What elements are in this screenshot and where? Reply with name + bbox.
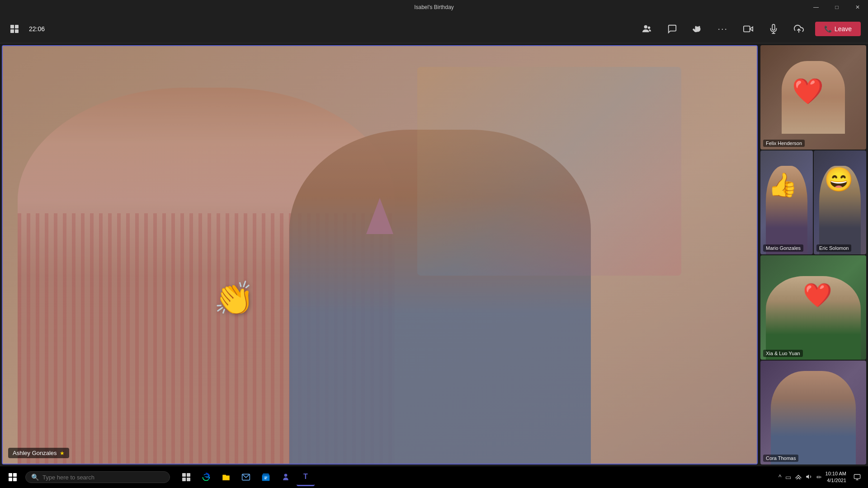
xia-reaction-emoji: ❤️ (803, 282, 832, 309)
taskbar-clock[interactable]: 10:10 AM 4/1/2021 (826, 470, 846, 484)
more-options-button[interactable]: ··· (714, 20, 732, 38)
svg-rect-2 (10, 29, 14, 33)
notification-button[interactable] (850, 470, 864, 484)
participant-tile-mario[interactable]: 👍 Mario Gonzales (760, 150, 813, 255)
clapping-emoji: 👏 (214, 279, 255, 318)
sys-tray-volume[interactable] (806, 473, 813, 482)
svg-rect-3 (15, 29, 19, 33)
maximize-button[interactable]: □ (826, 0, 847, 14)
svg-marker-6 (750, 27, 753, 31)
svg-rect-19 (854, 474, 860, 479)
taskbar: 🔍 (0, 466, 868, 488)
svg-rect-11 (182, 473, 186, 477)
sys-tray-pen[interactable]: ✏ (816, 474, 822, 481)
taskbar-teams-icon[interactable] (277, 468, 295, 486)
participant-tile-xia[interactable]: ❤️ Xia & Luo Yuan (760, 255, 866, 360)
svg-point-5 (648, 26, 651, 29)
svg-point-17 (284, 474, 288, 477)
svg-rect-0 (10, 25, 14, 28)
svg-marker-18 (806, 474, 809, 479)
participant-tile-cora[interactable]: Cora Thomas (760, 361, 866, 465)
felix-name: Felix Henderson (763, 140, 805, 147)
eric-name: Eric Solomon (816, 244, 851, 252)
taskbar-store[interactable] (257, 468, 275, 486)
video-scene: 👏 (3, 46, 757, 464)
cora-name: Cora Thomas (763, 455, 798, 462)
window-title: Isabel's Birthday (414, 4, 454, 10)
clock-time: 10:10 AM (826, 470, 846, 477)
cora-avatar (771, 371, 855, 465)
share-button[interactable] (790, 20, 808, 38)
xia-name: Xia & Luo Yuan (763, 350, 803, 357)
svg-rect-13 (182, 478, 186, 481)
leave-button[interactable]: 📞 Leave (815, 22, 861, 36)
participants-button[interactable] (638, 20, 656, 38)
sys-tray-network[interactable] (795, 473, 802, 482)
participant-tile-eric[interactable]: 😄 Eric Solomon (814, 150, 866, 255)
svg-rect-7 (744, 26, 750, 32)
leave-phone-icon: 📞 (824, 25, 832, 33)
participant-tile-felix[interactable]: ❤️ Felix Henderson (760, 45, 866, 150)
app-toolbar: 22:06 ··· (0, 14, 868, 43)
taskbar-search-bar[interactable]: 🔍 (25, 471, 170, 483)
participants-sidebar: ❤️ Felix Henderson 👍 Mario Gonzales 😄 Er… (760, 43, 868, 466)
taskbar-edge[interactable] (197, 468, 215, 486)
svg-rect-14 (187, 478, 190, 481)
taskbar-teams-active[interactable]: T (297, 468, 315, 486)
pin-star-icon: ★ (60, 450, 65, 456)
mario-reaction-emoji: 👍 (768, 171, 797, 199)
start-button[interactable] (4, 468, 22, 486)
title-bar: Isabel's Birthday — □ ✕ (0, 0, 868, 14)
main-video-area: 👏 Ashley Gonzales ★ (2, 45, 758, 465)
main-speaker-name: Ashley Gonzales (13, 450, 57, 456)
toolbar-left: 22:06 (7, 22, 45, 36)
sys-tray-chevron[interactable]: ^ (778, 474, 782, 481)
mario-name: Mario Gonzales (763, 244, 803, 252)
svg-rect-16 (262, 475, 270, 481)
grid-icon-button[interactable] (7, 22, 22, 36)
svg-rect-1 (15, 25, 19, 28)
close-button[interactable]: ✕ (847, 0, 868, 14)
taskbar-right: ^ ▭ ✏ 10:10 AM 4/1/2021 (778, 470, 864, 484)
search-input[interactable] (42, 474, 164, 481)
clock-date: 4/1/2021 (826, 477, 846, 484)
chat-button[interactable] (663, 20, 681, 38)
mic-button[interactable] (764, 20, 783, 38)
eric-reaction-emoji: 😄 (824, 166, 854, 193)
search-icon: 🔍 (31, 474, 39, 481)
windows-logo (9, 473, 17, 481)
taskbar-apps: T (177, 468, 315, 486)
svg-point-4 (644, 25, 647, 28)
main-speaker-name-tag: Ashley Gonzales ★ (8, 448, 69, 458)
mario-eric-row: 👍 Mario Gonzales 😄 Eric Solomon (760, 150, 866, 255)
svg-rect-12 (187, 473, 190, 477)
main-content: 👏 Ashley Gonzales ★ ❤️ Felix Henderson 👍… (0, 43, 868, 466)
sys-tray-battery[interactable]: ▭ (785, 474, 791, 481)
taskbar-mail[interactable] (237, 468, 255, 486)
leave-label: Leave (835, 25, 852, 33)
window-controls: — □ ✕ (806, 0, 868, 14)
toolbar-right: ··· 📞 Leave (638, 20, 861, 38)
raise-hand-button[interactable] (689, 20, 707, 38)
call-timer: 22:06 (29, 25, 45, 33)
taskbar-task-view[interactable] (177, 468, 195, 486)
camera-button[interactable] (739, 20, 757, 38)
taskbar-explorer[interactable] (217, 468, 235, 486)
system-tray: ^ ▭ ✏ (778, 473, 822, 482)
minimize-button[interactable]: — (806, 0, 826, 14)
felix-reaction-emoji: ❤️ (792, 76, 824, 106)
